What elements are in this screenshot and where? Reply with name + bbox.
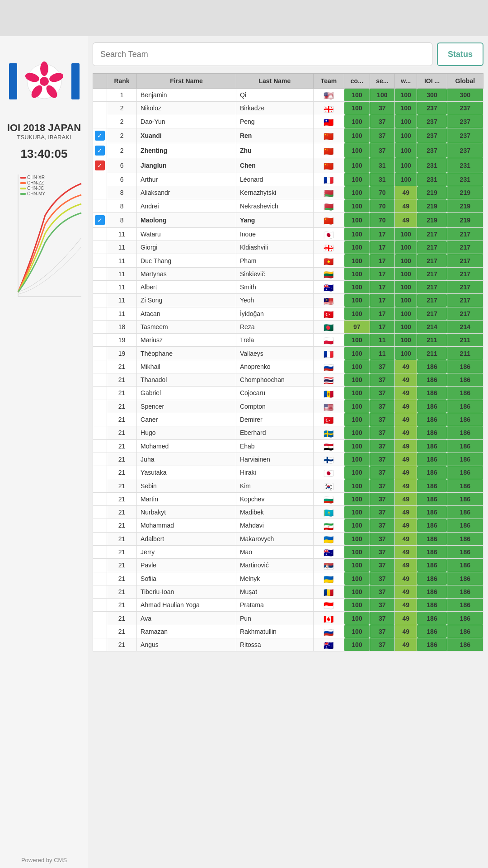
first-name-cell: Ava [137, 612, 236, 625]
first-name-cell: Martin [137, 492, 236, 505]
rank-cell: 8 [107, 212, 137, 227]
ioi-score-cell: 186 [417, 373, 447, 387]
co-score-cell: 100 [344, 186, 370, 199]
check-cell[interactable] [93, 532, 107, 545]
last-name-cell: Mao [236, 545, 313, 558]
w-score-cell: 49 [395, 199, 417, 212]
team-flag-cell: 🇧🇾 [313, 186, 344, 199]
check-cell[interactable] [93, 559, 107, 572]
check-cell[interactable] [93, 479, 107, 492]
col-check [93, 74, 107, 89]
last-name-cell: Anoprenko [236, 360, 313, 373]
rank-cell: 21 [107, 545, 137, 558]
w-score-cell: 49 [395, 638, 417, 651]
check-cell[interactable] [93, 254, 107, 267]
check-cell[interactable] [93, 89, 107, 102]
search-input[interactable] [93, 42, 432, 66]
first-name-cell: Sebin [137, 479, 236, 492]
ioi-score-cell: 217 [417, 254, 447, 267]
rank-cell: 8 [107, 186, 137, 199]
w-score-cell: 100 [395, 280, 417, 293]
check-cell[interactable] [93, 307, 107, 320]
check-cell[interactable]: ✓ [93, 128, 107, 143]
team-flag-cell: 🇨🇳 [313, 158, 344, 173]
check-cell[interactable] [93, 334, 107, 347]
check-cell[interactable] [93, 572, 107, 585]
check-cell[interactable] [93, 612, 107, 625]
w-score-cell: 49 [395, 413, 417, 426]
w-score-cell: 100 [395, 320, 417, 333]
ioi-score-cell: 217 [417, 280, 447, 293]
check-cell[interactable]: ✓ [93, 158, 107, 173]
se-score-cell: 37 [370, 466, 394, 479]
check-cell[interactable] [93, 506, 107, 519]
check-cell[interactable] [93, 599, 107, 612]
rank-cell: 21 [107, 360, 137, 373]
check-cell[interactable] [93, 280, 107, 293]
check-cell[interactable] [93, 466, 107, 479]
ioi-score-cell: 186 [417, 479, 447, 492]
check-cell[interactable] [93, 186, 107, 199]
se-score-cell: 37 [370, 128, 394, 143]
se-score-cell: 37 [370, 638, 394, 651]
rank-cell: 11 [107, 267, 137, 280]
check-cell[interactable] [93, 492, 107, 505]
w-score-cell: 49 [395, 360, 417, 373]
status-button[interactable]: Status [437, 42, 483, 66]
team-flag-cell: 🇬🇪 [313, 102, 344, 115]
check-cell[interactable] [93, 426, 107, 439]
co-score-cell: 100 [344, 559, 370, 572]
w-score-cell: 49 [395, 585, 417, 598]
check-cell[interactable] [93, 545, 107, 558]
check-cell[interactable] [93, 400, 107, 413]
check-cell[interactable] [93, 360, 107, 373]
ioi-score-cell: 186 [417, 387, 447, 400]
co-score-cell: 100 [344, 373, 370, 387]
check-cell[interactable] [93, 115, 107, 128]
w-score-cell: 100 [395, 254, 417, 267]
check-cell[interactable] [93, 102, 107, 115]
check-cell[interactable] [93, 173, 107, 186]
ioi-score-cell: 231 [417, 158, 447, 173]
check-cell[interactable] [93, 199, 107, 212]
co-score-cell: 100 [344, 492, 370, 505]
check-cell[interactable] [93, 294, 107, 307]
first-name-cell: Spencer [137, 400, 236, 413]
team-flag-cell: 🇰🇷 [313, 479, 344, 492]
rank-cell: 2 [107, 102, 137, 115]
check-cell[interactable] [93, 519, 107, 532]
rank-cell: 11 [107, 254, 137, 267]
check-cell[interactable] [93, 453, 107, 466]
last-name-cell: Makarovych [236, 532, 313, 545]
rank-cell: 21 [107, 599, 137, 612]
first-name-cell: Duc Thang [137, 254, 236, 267]
check-cell[interactable] [93, 241, 107, 254]
check-cell[interactable] [93, 638, 107, 651]
global-score-cell: 186 [447, 559, 483, 572]
check-cell[interactable] [93, 439, 107, 453]
first-name-cell: Angus [137, 638, 236, 651]
global-score-cell: 237 [447, 143, 483, 158]
check-cell[interactable] [93, 625, 107, 638]
check-cell[interactable] [93, 585, 107, 598]
team-flag-cell: 🇨🇳 [313, 143, 344, 158]
last-name-cell: Pham [236, 254, 313, 267]
check-cell[interactable] [93, 267, 107, 280]
check-cell[interactable] [93, 320, 107, 333]
w-score-cell: 100 [395, 294, 417, 307]
check-cell[interactable]: ✓ [93, 212, 107, 227]
team-flag-cell: 🇫🇮 [313, 453, 344, 466]
check-cell[interactable] [93, 387, 107, 400]
col-rank: Rank [107, 74, 137, 89]
check-cell[interactable]: ✓ [93, 143, 107, 158]
last-name-cell: Cojocaru [236, 387, 313, 400]
team-flag-cell: 🇲🇾 [313, 294, 344, 307]
se-score-cell: 37 [370, 492, 394, 505]
ioi-score-cell: 186 [417, 466, 447, 479]
check-cell[interactable] [93, 373, 107, 387]
check-cell[interactable] [93, 227, 107, 241]
ioi-score-cell: 186 [417, 572, 447, 585]
check-cell[interactable] [93, 413, 107, 426]
rank-cell: 11 [107, 280, 137, 293]
check-cell[interactable] [93, 347, 107, 360]
